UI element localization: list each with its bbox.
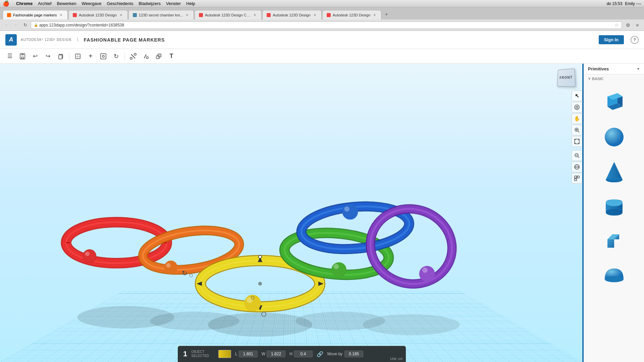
text-button[interactable]: T	[166, 51, 177, 62]
tab-close-secret[interactable]: ✕	[185, 13, 190, 17]
tab-close-autodesk2[interactable]: ✕	[253, 13, 257, 17]
menubar-geschiedenis[interactable]: Geschiedenis	[107, 1, 133, 6]
view-cube-3d[interactable]: FRONT	[557, 68, 576, 87]
menubar-weergave[interactable]: Weergave	[82, 1, 101, 6]
help-button[interactable]: ?	[631, 36, 639, 44]
tab-autodesk4[interactable]: Autodesk 123D Design ✕	[322, 10, 382, 19]
paint-button[interactable]	[140, 51, 152, 62]
object-count: 1	[183, 350, 187, 358]
add-button[interactable]: +	[85, 51, 96, 62]
shape-box[interactable]	[597, 85, 631, 118]
combine-button[interactable]	[153, 51, 164, 62]
tab-secret[interactable]: 123D secret chamber kni... ✕	[128, 10, 194, 19]
primitives-scroll[interactable]: ∨ Basic	[584, 74, 644, 362]
svg-rect-1	[21, 54, 24, 55]
w-label: W	[262, 352, 265, 356]
tab-close-autodesk1[interactable]: ✕	[119, 13, 123, 17]
right-panel: Primitives ▼ ∨ Basic	[584, 64, 644, 362]
l-label: L	[235, 352, 237, 356]
section-chevron-icon: ∨	[588, 76, 591, 81]
tab-autodesk2[interactable]: Autodesk 123D Design Ch... ✕	[195, 10, 262, 19]
svg-rect-2	[21, 57, 23, 59]
move-value[interactable]: 0.185	[344, 351, 363, 357]
menubar-archief[interactable]: Archief	[38, 1, 51, 6]
address-bar[interactable]: 🔒 apps.123dapp.com/design/?contentid=163…	[31, 21, 622, 29]
bookmark-star-icon[interactable]: ☆	[614, 22, 619, 28]
tab-autodesk3[interactable]: Autodesk 123D Design ✕	[262, 10, 322, 19]
grid-tool-button[interactable]	[572, 173, 582, 184]
address-bar-right: ⚙ ≡	[624, 21, 641, 29]
selected-label: SELECTED	[191, 354, 209, 358]
menubar-bewerken[interactable]: Bewerken	[57, 1, 76, 6]
cut-tool-button[interactable]	[127, 51, 139, 62]
camera-tool-button[interactable]	[572, 162, 582, 172]
forward-button[interactable]: ›	[12, 21, 19, 29]
copy-button[interactable]	[55, 51, 66, 62]
menubar-chrome[interactable]: Chrome	[16, 1, 33, 6]
address-text: apps.123dapp.com/design/?contentid=16385…	[39, 23, 613, 27]
undo-button[interactable]: ↩	[30, 51, 41, 62]
tab-close-fashionable[interactable]: ✕	[59, 13, 63, 17]
view-cube[interactable]: FRONT	[557, 68, 579, 90]
pan-tool-button[interactable]: ✋	[572, 113, 582, 124]
menubar-venster[interactable]: Venster	[166, 1, 181, 6]
svg-point-68	[190, 274, 193, 277]
view-cube-label: FRONT	[559, 75, 573, 79]
menu-button[interactable]: ☰	[4, 51, 15, 62]
shape-sphere[interactable]	[597, 120, 631, 153]
menubar-bladwijzers[interactable]: Bladwijzers	[139, 1, 161, 6]
settings-icon[interactable]: ≡	[633, 21, 641, 29]
refresh-button[interactable]: ↻	[110, 51, 122, 62]
h-value[interactable]: 0.4	[294, 351, 313, 357]
address-bar-row: ‹ › ↻ 🔒 apps.123dapp.com/design/?content…	[0, 19, 644, 31]
viewport[interactable]: ↻ FRONT ↖ ✋	[0, 64, 584, 362]
tab-label-autodesk4: Autodesk 123D Design	[333, 13, 371, 17]
tab-bar: Fashionable page markers ✕ Autodesk 123D…	[0, 7, 644, 19]
svg-point-48	[247, 297, 253, 303]
zoom-in-button[interactable]	[572, 150, 582, 161]
redo-button[interactable]: ↪	[42, 51, 54, 62]
shape-bracket[interactable]	[597, 224, 631, 258]
tab-label-autodesk3: Autodesk 123D Design	[273, 13, 311, 17]
tab-close-autodesk4[interactable]: ✕	[372, 13, 377, 17]
sign-in-button[interactable]: Sign In	[599, 35, 624, 44]
primitives-dropdown[interactable]: ▼	[637, 67, 640, 71]
tab-close-autodesk3[interactable]: ✕	[313, 13, 317, 17]
length-field: L 1.801	[235, 351, 258, 357]
reload-button[interactable]: ↻	[21, 21, 29, 29]
select-tool-button[interactable]: ↖	[572, 90, 582, 101]
sketch-button[interactable]	[72, 51, 84, 62]
w-value[interactable]: 1.822	[267, 351, 285, 357]
svg-point-87	[606, 177, 623, 182]
l-value[interactable]: 1.801	[239, 351, 258, 357]
svg-point-9	[102, 55, 104, 57]
svg-point-13	[146, 57, 148, 59]
svg-text:↻: ↻	[182, 269, 187, 277]
shape-hemisphere[interactable]	[597, 259, 631, 293]
fit-tool-button[interactable]	[572, 136, 582, 147]
orbit-tool-button[interactable]	[572, 102, 582, 113]
shape-cone[interactable]	[597, 155, 631, 188]
tab-favicon-autodesk1	[73, 13, 77, 17]
apple-icon[interactable]: 🍎	[3, 0, 9, 7]
extension-icon[interactable]: ⚙	[624, 21, 632, 29]
tab-fashionable[interactable]: Fashionable page markers ✕	[3, 10, 68, 19]
back-button[interactable]: ‹	[3, 21, 10, 29]
svg-point-88	[606, 199, 623, 206]
color-swatch[interactable]	[218, 350, 231, 358]
status-bar: 1 OBJECT SELECTED L 1.801 W 1.822 H 0.4 …	[178, 346, 406, 362]
menubar-help[interactable]: Help	[186, 1, 195, 6]
new-tab-button[interactable]: +	[382, 10, 391, 19]
move-by-field: Move by 0.185	[327, 351, 363, 357]
toolbar-separator-2	[124, 52, 125, 60]
transform-button[interactable]	[98, 51, 109, 62]
shape-cylinder[interactable]	[597, 189, 631, 223]
right-toolbar: ↖ ✋	[572, 90, 582, 184]
tab-autodesk1[interactable]: Autodesk 123D Design ✕	[68, 10, 128, 19]
zoom-tool-button[interactable]	[572, 125, 582, 135]
svg-point-28	[83, 249, 96, 263]
link-icon[interactable]: 🔗	[317, 351, 323, 357]
mac-menubar: 🍎 Chrome Archief Bewerken Weergave Gesch…	[0, 0, 644, 7]
tab-favicon-autodesk3	[267, 13, 271, 17]
save-button[interactable]	[17, 51, 28, 62]
